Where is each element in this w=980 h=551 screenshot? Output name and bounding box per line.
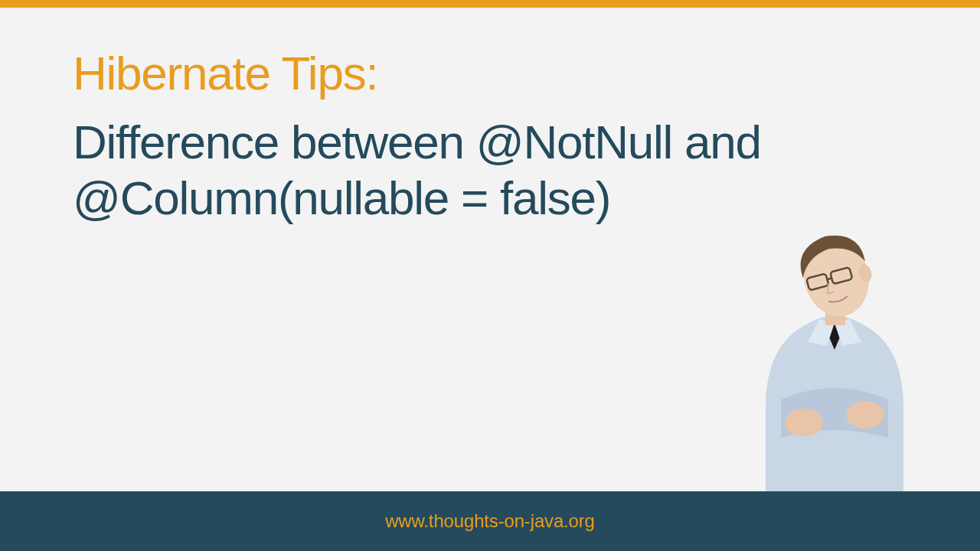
slide-title: Hibernate Tips:	[73, 46, 907, 100]
top-accent-bar	[0, 0, 980, 8]
presenter-photo	[720, 170, 949, 491]
svg-point-0	[785, 409, 823, 436]
svg-point-1	[846, 401, 884, 429]
svg-line-7	[827, 279, 831, 280]
footer-bar: www.thoughts-on-java.org	[0, 491, 980, 551]
footer-url: www.thoughts-on-java.org	[385, 510, 595, 532]
